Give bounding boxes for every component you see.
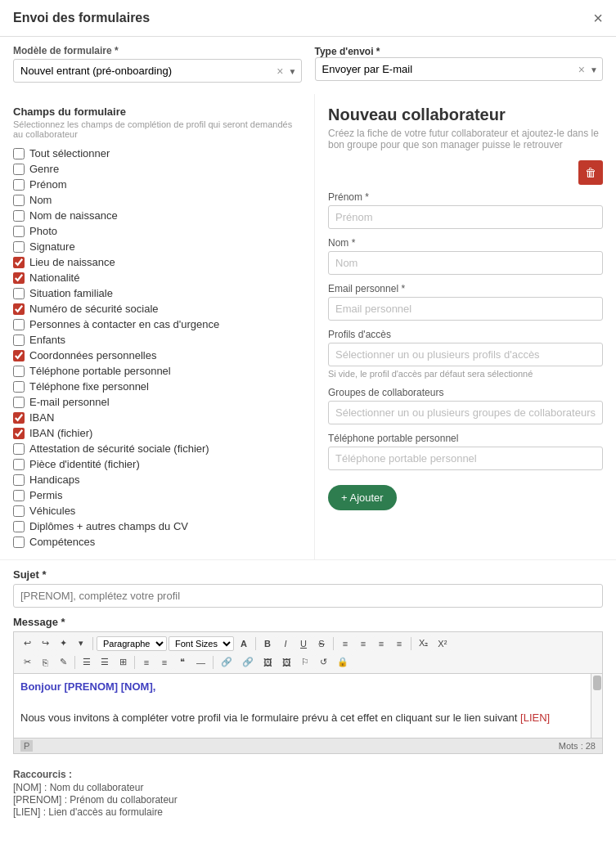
delete-button[interactable]: 🗑 <box>578 160 603 185</box>
shortcut-item: [NOM] : Nom du collaborateur <box>13 782 603 793</box>
form-model-select[interactable]: Nouvel entrant (pré-onboarding) <box>13 59 302 83</box>
paragraph-select[interactable]: Paragraphe <box>97 636 167 651</box>
checkbox-23[interactable] <box>13 505 25 517</box>
toolbar-row-1: ↩ ↪ ✦ ▾ Paragraphe Font Sizes A B I U S … <box>19 635 451 651</box>
prenom-label: Prénom * <box>328 191 603 203</box>
checkbox-18[interactable] <box>13 428 25 439</box>
subject-input[interactable] <box>13 584 603 608</box>
toolbar-align-right[interactable]: ≡ <box>373 636 389 651</box>
checkbox-20[interactable] <box>13 459 25 470</box>
prenom-input[interactable] <box>328 205 603 229</box>
toolbar-redo[interactable]: ↪ <box>37 635 53 651</box>
toolbar-anchor[interactable]: ⚐ <box>297 654 313 670</box>
checkbox-25[interactable] <box>13 536 25 548</box>
top-fields-row: Modèle de formulaire * Nouvel entrant (p… <box>0 37 616 94</box>
checkbox-6[interactable] <box>13 241 25 253</box>
checkbox-item: Nom de naissance <box>13 209 301 222</box>
toolbar-align-center[interactable]: ≡ <box>355 636 371 651</box>
checkbox-item: Lieu de naissance <box>13 256 301 268</box>
send-type-top-clear[interactable]: × <box>578 63 585 76</box>
checkbox-12[interactable] <box>13 334 25 346</box>
checkbox-10[interactable] <box>13 303 25 315</box>
email-label: Email personnel * <box>328 283 603 294</box>
toolbar-underline[interactable]: U <box>295 636 312 651</box>
toolbar-image[interactable]: 🖼 <box>259 655 277 670</box>
toolbar-undo2[interactable]: ↺ <box>315 654 331 670</box>
checkbox-8[interactable] <box>13 272 25 284</box>
toolbar-sep-7 <box>213 656 214 669</box>
checkbox-3[interactable] <box>13 195 25 206</box>
checkbox-label: Coordonnées personnelles <box>29 349 156 361</box>
toolbar-strikethrough[interactable]: S <box>313 636 330 651</box>
checkbox-2[interactable] <box>13 179 25 191</box>
toolbar-paste[interactable]: ✎ <box>55 654 71 670</box>
telephone-group: Téléphone portable personnel <box>328 433 603 470</box>
close-button[interactable]: × <box>593 10 603 26</box>
toolbar-link[interactable]: 🔗 <box>217 654 236 670</box>
nom-group: Nom * <box>328 237 603 275</box>
editor-content[interactable]: Bonjour [PRENOM] [NOM], Nous vous invito… <box>13 673 603 739</box>
profils-input[interactable] <box>328 343 603 366</box>
checkbox-label: Téléphone fixe personnel <box>29 380 149 393</box>
toolbar-list-ul[interactable]: ☰ <box>79 654 95 670</box>
toolbar-image2[interactable]: 🖼 <box>278 655 295 670</box>
checkbox-19[interactable] <box>13 443 25 455</box>
add-button[interactable]: + Ajouter <box>328 485 397 510</box>
toolbar-bold[interactable]: B <box>259 636 276 651</box>
checkbox-24[interactable] <box>13 521 25 532</box>
checkbox-1[interactable] <box>13 164 25 175</box>
toolbar-italic[interactable]: I <box>277 636 294 651</box>
toolbar-undo[interactable]: ↩ <box>19 635 35 651</box>
checkbox-0[interactable] <box>13 148 25 159</box>
toolbar-superscript[interactable]: X² <box>434 636 451 651</box>
checkbox-9[interactable] <box>13 288 25 299</box>
toolbar-copy[interactable]: ⎘ <box>37 655 53 670</box>
form-model-clear[interactable]: × <box>277 65 283 78</box>
checkbox-label: Nom de naissance <box>29 209 118 222</box>
checkbox-13[interactable] <box>13 350 25 361</box>
toolbar-dropdown[interactable]: ▾ <box>73 635 89 651</box>
checkbox-7[interactable] <box>13 257 25 268</box>
checkbox-item: Pièce d'identité (fichier) <box>13 458 301 470</box>
panel-subtitle: Créez la fiche de votre futur collaborat… <box>328 128 603 150</box>
toolbar-table[interactable]: ⊞ <box>115 654 131 670</box>
checkbox-22[interactable] <box>13 490 25 501</box>
toolbar-list-ol[interactable]: ☰ <box>97 654 113 670</box>
telephone-input[interactable] <box>328 447 603 470</box>
nom-input[interactable] <box>328 251 603 275</box>
toolbar-sep-5 <box>74 656 75 669</box>
toolbar-align-justify[interactable]: ≡ <box>391 636 407 651</box>
checkbox-16[interactable] <box>13 397 25 408</box>
checkbox-11[interactable] <box>13 319 25 330</box>
checkbox-item: E-mail personnel <box>13 396 301 408</box>
shortcuts-list: [NOM] : Nom du collaborateur[PRENOM] : P… <box>13 782 603 818</box>
checkbox-5[interactable] <box>13 226 25 237</box>
editor-scrollbar[interactable] <box>591 674 602 738</box>
checkbox-item: Attestation de sécurité sociale (fichier… <box>13 442 301 455</box>
toolbar-blockquote[interactable]: ❝ <box>174 654 191 670</box>
toolbar-unlink[interactable]: 🔗 <box>238 654 258 670</box>
toolbar-cut[interactable]: ✦ <box>55 635 71 651</box>
toolbar-outdent[interactable]: ≡ <box>156 655 173 670</box>
email-input[interactable] <box>328 297 603 321</box>
groupes-input[interactable] <box>328 401 603 424</box>
toolbar-indent[interactable]: ≡ <box>138 655 155 670</box>
checkbox-item: Photo <box>13 225 301 237</box>
toolbar-cut2[interactable]: ✂ <box>19 654 35 670</box>
send-type-top-select[interactable]: Envoyer par E-mail <box>315 57 604 81</box>
checkbox-15[interactable] <box>13 381 25 393</box>
checkbox-item: Situation familiale <box>13 287 301 299</box>
checkbox-4[interactable] <box>13 210 25 222</box>
checkbox-21[interactable] <box>13 474 25 486</box>
toolbar-align-left[interactable]: ≡ <box>337 636 353 651</box>
editor-paragraph-indicator: P <box>20 740 33 752</box>
checkbox-14[interactable] <box>13 366 25 377</box>
toolbar-source[interactable]: 🔒 <box>333 654 353 670</box>
checkbox-label: Prénom <box>29 178 67 191</box>
fontsize-select[interactable]: Font Sizes <box>169 636 234 651</box>
toolbar-hr[interactable]: — <box>192 655 209 670</box>
checkbox-17[interactable] <box>13 412 25 424</box>
toolbar-subscript[interactable]: X₂ <box>415 635 432 651</box>
checkbox-item: IBAN (fichier) <box>13 427 301 439</box>
toolbar-font-color[interactable]: A <box>236 636 252 651</box>
